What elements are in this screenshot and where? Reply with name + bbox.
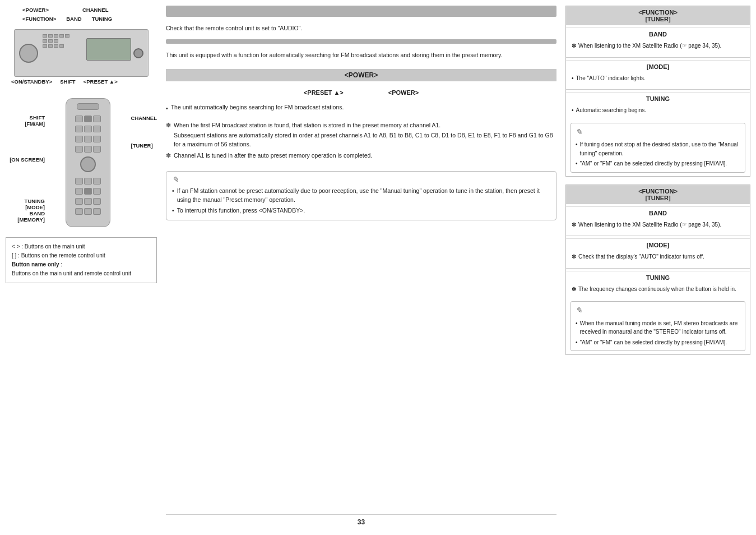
label-preset: <PRESET ▲> (84, 79, 118, 85)
right-top-tip-2: • "AM" or "FM" can be selected directly … (576, 159, 740, 168)
divider-2 (566, 89, 750, 90)
label-shift: SHIFT (60, 79, 75, 85)
right-top-band-text: When listening to the XM Satellite Radio… (578, 41, 721, 50)
right-top-section: <FUNCTION> [TUNER] BAND ✽ When listening… (565, 6, 750, 177)
main-unit-power-btn (133, 48, 143, 58)
right-bottom-tuning-text: The frequency changes continuously when … (578, 285, 736, 294)
right-bottom-tip-text-2: "AM" or "FM" can be selected directly by… (580, 338, 727, 347)
right-top-band-note: ✽ When listening to the XM Satellite Rad… (572, 41, 744, 50)
note-2: ✽ Channel A1 is tuned in after the auto … (166, 151, 556, 160)
note-1: ✽ When the first FM broadcast station is… (166, 121, 556, 130)
right-column: <FUNCTION> [TUNER] BAND ✽ When listening… (565, 6, 750, 529)
label-band-top: BAND (66, 15, 81, 24)
right-bottom-notebox: ✎ • When the manual tuning mode is set, … (571, 301, 745, 351)
intro-text: Check that the remote control unit is se… (166, 24, 556, 33)
power-sub-label: <POWER> (388, 89, 419, 96)
notebox-item-2: • To interrupt this function, press <ON/… (172, 206, 550, 215)
divider-3 (566, 236, 750, 236)
pencil-icon-rt: ✎ (576, 126, 740, 139)
label-tuning-remote: TUNING[MODE]BAND[MEMORY] (6, 198, 45, 223)
right-bottom-band-body: ✽ When listening to the XM Satellite Rad… (566, 218, 750, 234)
label-power: <POWER> (22, 6, 49, 15)
legend-line3: Buttons on the main unit and remote cont… (12, 269, 151, 278)
right-bottom-tuning-note: ✽ The frequency changes continuously whe… (572, 285, 744, 294)
label-shift-fm: SHIFT[FM/AM] (6, 114, 45, 127)
preset-sub-label: <PRESET ▲> (304, 89, 344, 96)
right-bottom-tuner: [TUNER] (566, 195, 750, 201)
main-unit-knob (19, 44, 38, 63)
legend-line1: < > : Buttons on the main unit (12, 242, 151, 251)
main-unit-display (86, 38, 131, 61)
right-bottom-mode-note: ✽ Check that the display's "AUTO" indica… (572, 252, 744, 261)
right-bottom-mode-header: [MODE] (566, 238, 750, 250)
label-tuner: [TUNER] (131, 142, 157, 149)
main-unit-device (14, 29, 149, 77)
star-rt-1: ✽ (572, 41, 576, 50)
bullet-dot-1: • (166, 104, 168, 113)
note-box: ✎ • If an FM station cannot be preset au… (166, 171, 556, 220)
notebox-text-1: If an FM station cannot be preset automa… (177, 186, 550, 205)
bullet-rtn-1: • (576, 140, 578, 158)
star-rb-1: ✽ (572, 220, 576, 229)
label-channel: CHANNEL (82, 6, 108, 15)
right-bottom-function: <FUNCTION> (566, 188, 750, 195)
bullet-text-1: The unit automatically begins searching … (171, 103, 344, 113)
right-bottom-section: <FUNCTION> [TUNER] BAND ✽ When listening… (565, 185, 750, 356)
right-top-tip-text-2: "AM" or "FM" can be selected directly by… (580, 159, 727, 168)
right-top-tuning-body: • Automatic searching begins. (566, 104, 750, 119)
bullet-rbn-2: • (576, 338, 578, 347)
main-unit-slots (43, 34, 69, 48)
right-bottom-header: <FUNCTION> [TUNER] (566, 185, 750, 204)
right-top-notebox: ✎ • If tuning does not stop at the desir… (571, 123, 745, 173)
label-on-screen: [ON SCREEN] (6, 156, 45, 163)
pencil-icon: ✎ (172, 175, 550, 184)
notebox-text-2: To interrupt this function, press <ON/ST… (177, 206, 305, 215)
right-bottom-band-text: When listening to the XM Satellite Radio… (578, 220, 721, 229)
remote-indicator (77, 103, 99, 110)
right-top-header: <FUNCTION> [TUNER] (566, 6, 750, 25)
right-top-tip-1: • If tuning does not stop at the desired… (576, 140, 740, 158)
bullet-rt-2: • (572, 106, 574, 115)
right-top-tuning-header: TUNING (566, 92, 750, 104)
notebox-bullet-1: • (172, 186, 174, 205)
star-2: ✽ (166, 151, 171, 160)
label-function: <FUNCTION> (22, 15, 56, 24)
right-top-band-body: ✽ When listening to the XM Satellite Rad… (566, 39, 750, 55)
right-bottom-mode-text: Check that the display's "AUTO" indicato… (578, 252, 704, 261)
right-top-tuning-note: • Automatic searching begins. (572, 106, 744, 115)
notebox-item-1: • If an FM station cannot be preset auto… (172, 186, 550, 205)
legend-line2: [ ] : Buttons on the remote control unit (12, 251, 151, 260)
right-top-tuning-text: Automatic searching begins. (576, 106, 647, 115)
remote-device (66, 98, 110, 227)
right-top-mode-note: • The "AUTO" indicator lights. (572, 74, 744, 83)
right-top-band-header: BAND (566, 27, 750, 39)
note-text-2: Channel A1 is tuned in after the auto pr… (174, 151, 372, 160)
star-1: ✽ (166, 121, 171, 130)
mid-banner (166, 39, 556, 44)
right-bottom-tuning-header: TUNING (566, 271, 750, 283)
page-number: 33 (166, 514, 556, 529)
label-on-standby: <ON/STANDBY> (11, 79, 52, 85)
top-unit-labels: <POWER> CHANNEL <FUNCTION> BAND TUNING (6, 6, 157, 24)
note-text-indent: Subsequent stations are automatically st… (174, 132, 553, 147)
divider-4 (566, 268, 750, 269)
remote-button-grid (75, 116, 101, 215)
middle-column: Check that the remote control unit is se… (160, 6, 562, 529)
right-bottom-tip-2: • "AM" or "FM" can be selected directly … (576, 338, 740, 347)
label-channel-remote: CHANNEL (131, 115, 157, 121)
right-top-function: <FUNCTION> (566, 9, 750, 16)
remote-left-labels: SHIFT[FM/AM] [ON SCREEN] TUNING[MODE]BAN… (6, 98, 45, 227)
divider-1 (566, 57, 750, 58)
bullet-auto-search: • The unit automatically begins searchin… (166, 103, 556, 113)
label-tuning-top: TUNING (92, 15, 112, 24)
notebox-bullet-2: • (172, 206, 174, 215)
legend-box: < > : Buttons on the main unit [ ] : But… (6, 237, 157, 283)
right-top-tuner: [TUNER] (566, 16, 750, 22)
remote-dial (80, 156, 96, 172)
body-text: This unit is equipped with a function fo… (166, 50, 556, 59)
pencil-icon-rb: ✎ (576, 305, 740, 317)
power-section-header: <POWER> (166, 69, 556, 81)
right-bottom-band-header: BAND (566, 206, 750, 218)
right-bottom-band-note: ✽ When listening to the XM Satellite Rad… (572, 220, 744, 229)
legend-bold: Button name only : (12, 260, 151, 269)
